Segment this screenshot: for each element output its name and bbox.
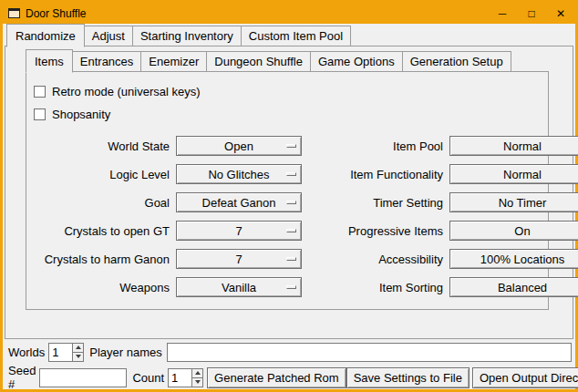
spin-up-button[interactable] <box>73 344 83 352</box>
checkbox-shopsanity[interactable]: Shopsanity <box>34 105 542 123</box>
progressive-items-dropdown[interactable]: On <box>449 221 578 241</box>
crystals-open-gt-label: Crystals to open GT <box>34 224 170 238</box>
app-icon <box>8 8 20 18</box>
inner-tab-bar: Items Entrances Enemizer Dungeon Shuffle… <box>26 51 573 72</box>
goal-dropdown[interactable]: Defeat Ganon <box>176 192 302 212</box>
settings-grid: World State Open Item Pool Normal Logic … <box>34 136 542 297</box>
tab-enemizer[interactable]: Enemizer <box>140 51 207 72</box>
tab-custom-item-pool[interactable]: Custom Item Pool <box>241 26 351 46</box>
tab-game-options[interactable]: Game Options <box>310 51 403 72</box>
minimize-button[interactable]: ─ <box>488 3 517 24</box>
seed-label: Seed # <box>8 364 36 391</box>
count-label: Count <box>132 371 164 385</box>
seed-input[interactable] <box>39 368 127 387</box>
up-arrow-icon <box>195 371 201 375</box>
progressive-items-label: Progressive Items <box>307 224 444 238</box>
worlds-label: Worlds <box>8 346 45 359</box>
down-arrow-icon <box>195 380 201 384</box>
dropdown-value: Normal <box>503 139 542 153</box>
tab-items[interactable]: Items <box>26 49 73 73</box>
world-state-label: World State <box>34 139 170 153</box>
tab-entrances[interactable]: Entrances <box>72 51 142 72</box>
timer-setting-dropdown[interactable]: No Timer <box>449 192 578 212</box>
outer-tab-bar: Randomize Adjust Starting Inventory Cust… <box>5 26 573 46</box>
worlds-row: Worlds Player names <box>8 341 573 363</box>
dropdown-value: 7 <box>235 253 242 266</box>
timer-setting-label: Timer Setting <box>307 196 444 210</box>
item-pool-label: Item Pool <box>307 139 444 153</box>
dropdown-indicator-icon <box>286 229 296 232</box>
player-names-label: Player names <box>89 346 161 359</box>
checkbox-label: Retro mode (universal keys) <box>52 85 201 98</box>
count-spinbox <box>168 368 203 387</box>
crystals-harm-ganon-label: Crystals to harm Ganon <box>34 253 170 266</box>
window-body: Randomize Adjust Starting Inventory Cust… <box>3 24 575 392</box>
close-button[interactable]: ✕ <box>546 3 575 24</box>
dropdown-value: Normal <box>503 168 542 181</box>
bottom-controls: Worlds Player names Seed # Count <box>5 339 573 390</box>
item-functionality-label: Item Functionality <box>307 168 444 181</box>
dropdown-value: 7 <box>235 224 242 238</box>
item-functionality-dropdown[interactable]: Normal <box>449 164 578 184</box>
dropdown-value: 100% Locations <box>480 253 565 266</box>
checkbox-retro-mode[interactable]: Retro mode (universal keys) <box>34 82 542 100</box>
dropdown-indicator-icon <box>286 257 296 261</box>
count-input[interactable] <box>168 368 191 387</box>
checkbox-label: Shopsanity <box>52 108 110 121</box>
spin-down-button[interactable] <box>192 377 202 387</box>
crystals-harm-ganon-dropdown[interactable]: 7 <box>176 249 302 269</box>
logic-level-label: Logic Level <box>34 168 170 181</box>
save-settings-button[interactable]: Save Settings to File <box>346 367 470 388</box>
item-sorting-dropdown[interactable]: Balanced <box>449 277 578 297</box>
accessibility-label: Accessibility <box>307 253 444 266</box>
dropdown-indicator-icon <box>286 172 296 176</box>
down-arrow-icon <box>76 355 81 358</box>
item-sorting-label: Item Sorting <box>307 281 444 294</box>
weapons-dropdown[interactable]: Vanilla <box>176 277 302 297</box>
maximize-button[interactable]: □ <box>517 3 546 24</box>
dropdown-value: No Glitches <box>208 168 269 181</box>
dropdown-indicator-icon <box>286 201 296 204</box>
dropdown-value: Vanilla <box>222 281 256 294</box>
checkbox-box-icon <box>34 108 46 120</box>
titlebar[interactable]: Door Shuffle ─ □ ✕ <box>3 3 575 24</box>
accessibility-dropdown[interactable]: 100% Locations <box>449 249 578 269</box>
player-names-input[interactable] <box>167 343 572 362</box>
tab-adjust[interactable]: Adjust <box>84 26 133 46</box>
tab-generation-setup[interactable]: Generation Setup <box>402 51 511 72</box>
goal-label: Goal <box>34 196 170 210</box>
logic-level-dropdown[interactable]: No Glitches <box>176 164 302 184</box>
tab-randomize[interactable]: Randomize <box>6 24 85 47</box>
dropdown-indicator-icon <box>286 285 296 289</box>
window-controls: ─ □ ✕ <box>488 3 575 24</box>
randomize-tab-panel: Items Entrances Enemizer Dungeon Shuffle… <box>5 46 573 339</box>
world-state-dropdown[interactable]: Open <box>176 136 302 156</box>
up-arrow-icon <box>76 346 81 349</box>
checkbox-box-icon <box>34 86 46 98</box>
generate-row: Seed # Count Generate Patched Rom Save S… <box>8 366 573 389</box>
weapons-label: Weapons <box>34 281 170 294</box>
crystals-open-gt-dropdown[interactable]: 7 <box>176 221 302 241</box>
generate-rom-button[interactable]: Generate Patched Rom <box>207 367 346 388</box>
dropdown-value: Open <box>224 139 253 153</box>
window-title: Door Shuffle <box>26 7 87 20</box>
worlds-spin-buttons <box>72 343 84 362</box>
dropdown-value: Balanced <box>498 281 547 294</box>
worlds-input[interactable] <box>48 343 72 362</box>
items-tab-panel: Retro mode (universal keys) Shopsanity W… <box>26 71 549 310</box>
tab-starting-inventory[interactable]: Starting Inventory <box>132 26 242 46</box>
dropdown-value: Defeat Ganon <box>202 196 276 210</box>
worlds-spinbox <box>48 343 84 362</box>
window: Door Shuffle ─ □ ✕ Randomize Adjust Star… <box>0 0 578 392</box>
dropdown-indicator-icon <box>286 144 296 148</box>
count-spin-buttons <box>191 368 203 387</box>
dropdown-value: No Timer <box>499 196 547 210</box>
open-output-button[interactable]: Open Output Directory <box>472 367 578 388</box>
tab-dungeon-shuffle[interactable]: Dungeon Shuffle <box>206 51 311 72</box>
item-pool-dropdown[interactable]: Normal <box>449 136 578 156</box>
dropdown-value: On <box>514 224 530 238</box>
spin-down-button[interactable] <box>73 352 83 361</box>
spin-up-button[interactable] <box>192 369 202 377</box>
